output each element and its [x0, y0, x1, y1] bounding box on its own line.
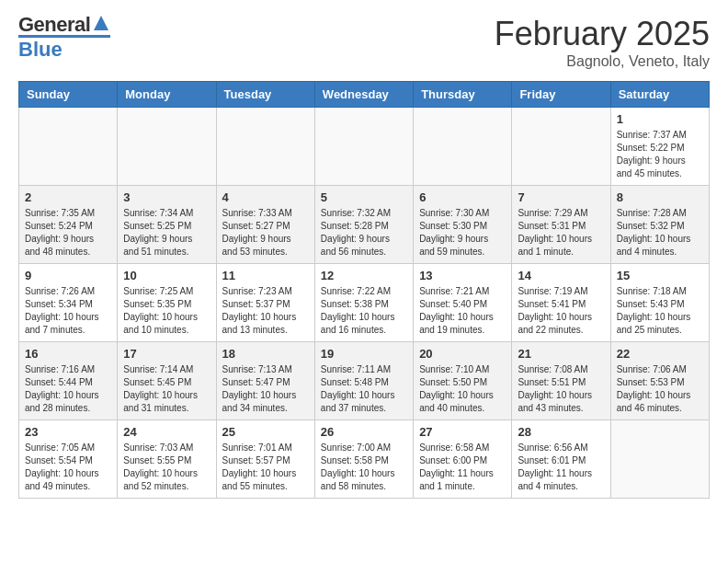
calendar-cell: 17Sunrise: 7:14 AM Sunset: 5:45 PM Dayli…	[118, 342, 216, 420]
calendar-cell: 1Sunrise: 7:37 AM Sunset: 5:22 PM Daylig…	[610, 108, 709, 186]
calendar-cell: 16Sunrise: 7:16 AM Sunset: 5:44 PM Dayli…	[19, 342, 118, 420]
day-info: Sunrise: 7:14 AM Sunset: 5:45 PM Dayligh…	[123, 363, 210, 415]
month-title: February 2025	[495, 15, 710, 53]
day-info: Sunrise: 7:34 AM Sunset: 5:25 PM Dayligh…	[123, 207, 210, 259]
logo-blue-text: Blue	[18, 35, 110, 60]
calendar-week-4: 16Sunrise: 7:16 AM Sunset: 5:44 PM Dayli…	[19, 342, 710, 420]
day-info: Sunrise: 7:33 AM Sunset: 5:27 PM Dayligh…	[222, 207, 309, 259]
day-info: Sunrise: 7:13 AM Sunset: 5:47 PM Dayligh…	[222, 363, 309, 415]
calendar-cell	[512, 108, 610, 186]
day-number: 9	[25, 269, 111, 282]
calendar-week-1: 1Sunrise: 7:37 AM Sunset: 5:22 PM Daylig…	[19, 108, 710, 186]
day-number: 11	[222, 269, 309, 282]
calendar-header-row: SundayMondayTuesdayWednesdayThursdayFrid…	[19, 82, 710, 108]
calendar-cell: 4Sunrise: 7:33 AM Sunset: 5:27 PM Daylig…	[216, 186, 314, 264]
calendar-cell	[610, 420, 709, 499]
day-info: Sunrise: 7:19 AM Sunset: 5:41 PM Dayligh…	[518, 285, 604, 337]
calendar-cell: 2Sunrise: 7:35 AM Sunset: 5:24 PM Daylig…	[19, 186, 118, 264]
day-number: 21	[518, 347, 604, 361]
calendar-header-wednesday: Wednesday	[314, 82, 413, 108]
calendar-cell	[216, 108, 314, 186]
calendar-header-saturday: Saturday	[610, 82, 709, 108]
calendar-header-thursday: Thursday	[414, 82, 512, 108]
day-number: 7	[518, 190, 604, 204]
day-info: Sunrise: 7:23 AM Sunset: 5:37 PM Dayligh…	[222, 285, 309, 337]
svg-marker-0	[94, 16, 108, 30]
day-number: 17	[123, 347, 210, 361]
day-number: 5	[321, 190, 407, 204]
calendar-cell: 15Sunrise: 7:18 AM Sunset: 5:43 PM Dayli…	[610, 264, 709, 342]
day-number: 14	[518, 269, 604, 282]
day-number: 20	[419, 347, 506, 361]
day-info: Sunrise: 7:00 AM Sunset: 5:58 PM Dayligh…	[321, 442, 407, 493]
day-number: 19	[321, 347, 407, 361]
calendar-cell: 20Sunrise: 7:10 AM Sunset: 5:50 PM Dayli…	[414, 342, 512, 420]
calendar-cell: 21Sunrise: 7:08 AM Sunset: 5:51 PM Dayli…	[512, 342, 610, 420]
calendar-cell: 12Sunrise: 7:22 AM Sunset: 5:38 PM Dayli…	[314, 264, 413, 342]
day-info: Sunrise: 7:30 AM Sunset: 5:30 PM Dayligh…	[419, 207, 506, 259]
main-container: General Blue February 2025 Bagnolo, Vene…	[0, 0, 728, 517]
day-number: 12	[321, 269, 407, 282]
day-number: 3	[123, 190, 210, 204]
day-info: Sunrise: 7:32 AM Sunset: 5:28 PM Dayligh…	[321, 207, 407, 259]
calendar-cell: 23Sunrise: 7:05 AM Sunset: 5:54 PM Dayli…	[19, 420, 118, 499]
day-number: 1	[617, 112, 703, 126]
day-info: Sunrise: 7:08 AM Sunset: 5:51 PM Dayligh…	[518, 363, 604, 415]
day-info: Sunrise: 7:06 AM Sunset: 5:53 PM Dayligh…	[617, 363, 703, 415]
day-info: Sunrise: 7:26 AM Sunset: 5:34 PM Dayligh…	[25, 285, 111, 337]
calendar-cell: 10Sunrise: 7:25 AM Sunset: 5:35 PM Dayli…	[118, 264, 216, 342]
calendar-cell: 27Sunrise: 6:58 AM Sunset: 6:00 PM Dayli…	[414, 420, 512, 499]
calendar-cell: 24Sunrise: 7:03 AM Sunset: 5:55 PM Dayli…	[118, 420, 216, 499]
logo-icon	[92, 14, 110, 32]
day-number: 15	[617, 269, 703, 282]
calendar-cell	[414, 108, 512, 186]
day-info: Sunrise: 7:35 AM Sunset: 5:24 PM Dayligh…	[25, 207, 111, 259]
day-number: 24	[123, 425, 210, 439]
day-info: Sunrise: 7:28 AM Sunset: 5:32 PM Dayligh…	[617, 207, 703, 259]
calendar-cell: 25Sunrise: 7:01 AM Sunset: 5:57 PM Dayli…	[216, 420, 314, 499]
calendar-cell	[118, 108, 216, 186]
day-info: Sunrise: 7:11 AM Sunset: 5:48 PM Dayligh…	[321, 363, 407, 415]
calendar-cell: 11Sunrise: 7:23 AM Sunset: 5:37 PM Dayli…	[216, 264, 314, 342]
calendar-week-3: 9Sunrise: 7:26 AM Sunset: 5:34 PM Daylig…	[19, 264, 710, 342]
day-number: 10	[123, 269, 210, 282]
day-number: 4	[222, 190, 309, 204]
calendar-cell	[314, 108, 413, 186]
calendar-cell: 5Sunrise: 7:32 AM Sunset: 5:28 PM Daylig…	[314, 186, 413, 264]
calendar-cell: 22Sunrise: 7:06 AM Sunset: 5:53 PM Dayli…	[610, 342, 709, 420]
calendar-cell: 3Sunrise: 7:34 AM Sunset: 5:25 PM Daylig…	[118, 186, 216, 264]
day-number: 18	[222, 347, 309, 361]
day-info: Sunrise: 7:03 AM Sunset: 5:55 PM Dayligh…	[123, 442, 210, 493]
calendar-week-2: 2Sunrise: 7:35 AM Sunset: 5:24 PM Daylig…	[19, 186, 710, 264]
calendar-table: SundayMondayTuesdayWednesdayThursdayFrid…	[18, 81, 710, 499]
day-info: Sunrise: 7:25 AM Sunset: 5:35 PM Dayligh…	[123, 285, 210, 337]
day-info: Sunrise: 6:56 AM Sunset: 6:01 PM Dayligh…	[518, 442, 604, 493]
calendar-cell	[19, 108, 118, 186]
day-number: 16	[25, 347, 111, 361]
calendar-header-friday: Friday	[512, 82, 610, 108]
day-info: Sunrise: 7:37 AM Sunset: 5:22 PM Dayligh…	[617, 129, 703, 180]
day-number: 22	[617, 347, 703, 361]
header: General Blue February 2025 Bagnolo, Vene…	[18, 15, 710, 70]
location: Bagnolo, Veneto, Italy	[495, 53, 710, 70]
calendar-week-5: 23Sunrise: 7:05 AM Sunset: 5:54 PM Dayli…	[19, 420, 710, 499]
calendar-header-tuesday: Tuesday	[216, 82, 314, 108]
day-number: 26	[321, 425, 407, 439]
day-info: Sunrise: 7:16 AM Sunset: 5:44 PM Dayligh…	[25, 363, 111, 415]
calendar-cell: 28Sunrise: 6:56 AM Sunset: 6:01 PM Dayli…	[512, 420, 610, 499]
day-info: Sunrise: 7:18 AM Sunset: 5:43 PM Dayligh…	[617, 285, 703, 337]
day-info: Sunrise: 7:21 AM Sunset: 5:40 PM Dayligh…	[419, 285, 506, 337]
calendar-cell: 14Sunrise: 7:19 AM Sunset: 5:41 PM Dayli…	[512, 264, 610, 342]
day-number: 2	[25, 190, 111, 204]
calendar-header-monday: Monday	[118, 82, 216, 108]
calendar-cell: 26Sunrise: 7:00 AM Sunset: 5:58 PM Dayli…	[314, 420, 413, 499]
calendar-header-sunday: Sunday	[19, 82, 118, 108]
day-info: Sunrise: 7:10 AM Sunset: 5:50 PM Dayligh…	[419, 363, 506, 415]
day-number: 28	[518, 425, 604, 439]
calendar-cell: 19Sunrise: 7:11 AM Sunset: 5:48 PM Dayli…	[314, 342, 413, 420]
day-info: Sunrise: 7:05 AM Sunset: 5:54 PM Dayligh…	[25, 442, 111, 493]
day-info: Sunrise: 7:29 AM Sunset: 5:31 PM Dayligh…	[518, 207, 604, 259]
day-number: 23	[25, 425, 111, 439]
day-info: Sunrise: 7:01 AM Sunset: 5:57 PM Dayligh…	[222, 442, 309, 493]
day-number: 6	[419, 190, 506, 204]
